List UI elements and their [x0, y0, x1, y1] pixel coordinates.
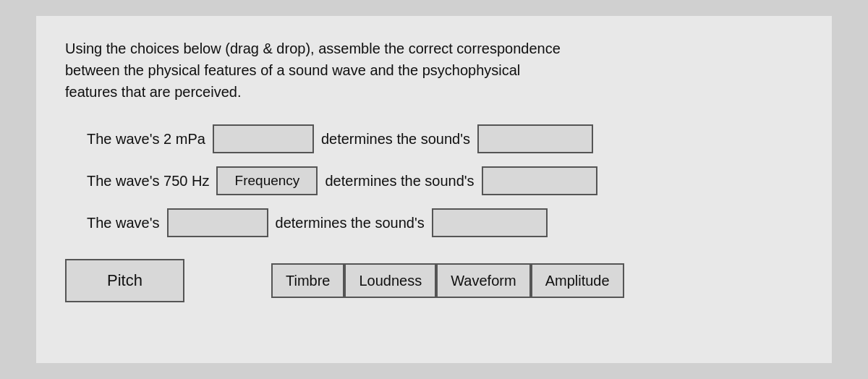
instruction-line1: Using the choices below (drag & drop), a… [65, 41, 561, 56]
drag-options: Timbre Loudness Waveform Amplitude [271, 263, 624, 298]
row1-prefix: The wave's 2 mPa [87, 131, 205, 148]
timbre-drag-item[interactable]: Timbre [271, 263, 344, 298]
loudness-drag-item[interactable]: Loudness [344, 263, 436, 298]
drag-items-area: Pitch Timbre Loudness Waveform Amplitude [65, 259, 803, 302]
waveform-label: Waveform [451, 273, 516, 289]
pitch-label: Pitch [107, 271, 142, 290]
instructions-text: Using the choices below (drag & drop), a… [65, 38, 803, 103]
row-3: The wave's determines the sound's [87, 208, 803, 237]
row3-connector: determines the sound's [276, 215, 425, 231]
waveform-drag-item[interactable]: Waveform [436, 263, 530, 298]
row3-prefix: The wave's [87, 215, 160, 231]
loudness-label: Loudness [359, 273, 422, 289]
main-card: Using the choices below (drag & drop), a… [36, 16, 832, 363]
row3-drop-box-psycho[interactable] [432, 208, 548, 237]
timbre-label: Timbre [286, 273, 330, 289]
row2-drop-box-physical[interactable]: Frequency [216, 166, 318, 195]
row2-connector: determines the sound's [325, 173, 474, 190]
instruction-line2: between the physical features of a sound… [65, 62, 520, 78]
row-2: The wave's 750 Hz Frequency determines t… [87, 166, 803, 195]
amplitude-drag-item[interactable]: Amplitude [531, 263, 624, 298]
pitch-drag-item[interactable]: Pitch [65, 259, 184, 302]
row1-drop-box-physical[interactable] [213, 124, 314, 153]
row1-connector: determines the sound's [321, 131, 470, 148]
instruction-line3: features that are perceived. [65, 84, 241, 100]
rows-area: The wave's 2 mPa determines the sound's … [87, 124, 803, 237]
amplitude-label: Amplitude [545, 273, 610, 289]
row1-drop-box-psycho[interactable] [477, 124, 593, 153]
row-1: The wave's 2 mPa determines the sound's [87, 124, 803, 153]
row2-filled-label: Frequency [235, 173, 300, 189]
row3-drop-box-physical[interactable] [167, 208, 268, 237]
row2-drop-box-psycho[interactable] [482, 166, 597, 195]
row2-prefix: The wave's 750 Hz [87, 173, 209, 190]
